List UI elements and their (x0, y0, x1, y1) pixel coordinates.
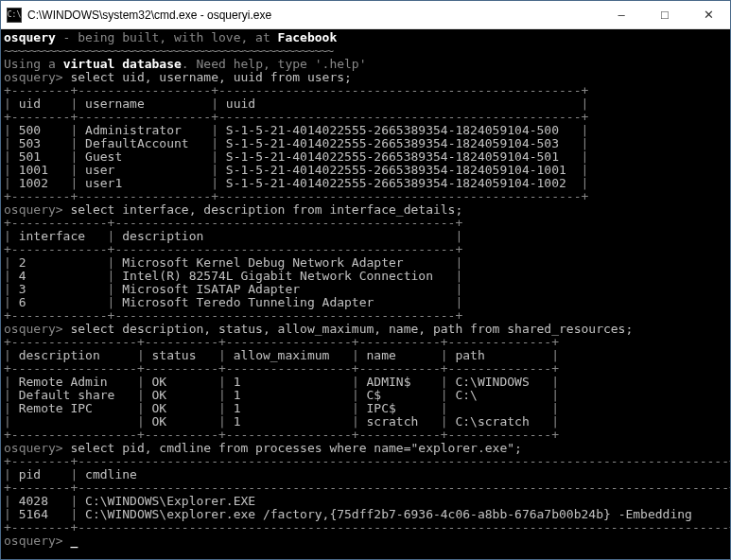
terminal-viewport[interactable]: osquery - being built, with love, at Fac… (1, 29, 730, 559)
window-title: C:\WINDOWS\system32\cmd.exe - osqueryi.e… (27, 9, 600, 22)
cmd-icon: C:\ (7, 8, 22, 23)
minimize-button[interactable]: – (600, 1, 643, 28)
maximize-button[interactable]: □ (643, 1, 687, 28)
app-window: C:\ C:\WINDOWS\system32\cmd.exe - osquer… (0, 0, 731, 560)
titlebar[interactable]: C:\ C:\WINDOWS\system32\cmd.exe - osquer… (1, 1, 730, 29)
window-controls: – □ ✕ (600, 1, 730, 28)
close-button[interactable]: ✕ (687, 1, 730, 28)
